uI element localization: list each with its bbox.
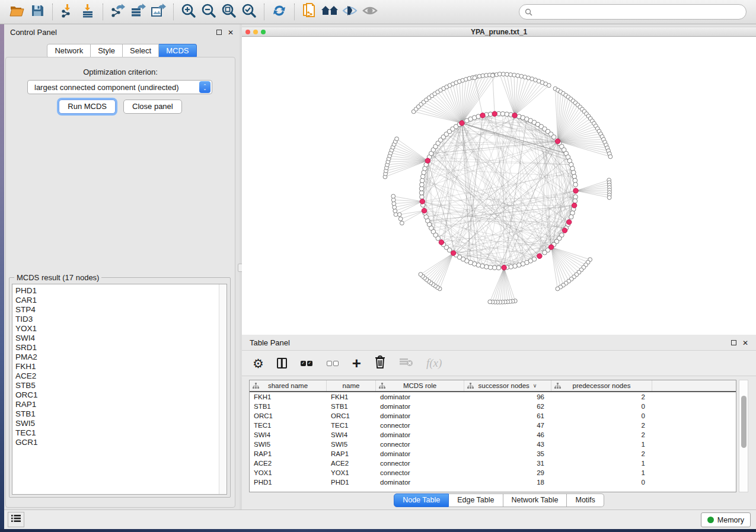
table-scrollbar[interactable] bbox=[739, 380, 748, 492]
mcds-result-item[interactable]: YOX1 bbox=[15, 324, 227, 334]
tab-node-table[interactable]: Node Table bbox=[394, 493, 449, 507]
network-leaf-node[interactable] bbox=[607, 196, 611, 200]
network-hub-node[interactable] bbox=[422, 208, 426, 213]
clone-network-button[interactable] bbox=[299, 2, 320, 21]
network-hub-node[interactable] bbox=[555, 139, 560, 143]
network-hub-node[interactable] bbox=[572, 203, 576, 208]
network-leaf-node[interactable] bbox=[419, 273, 423, 277]
network-hub-node[interactable] bbox=[420, 199, 425, 204]
network-hub-node[interactable] bbox=[548, 245, 553, 249]
network-node[interactable] bbox=[573, 198, 578, 203]
network-overview-button[interactable] bbox=[320, 2, 340, 21]
network-window-titlebar[interactable]: YPA_prune.txt_1 bbox=[242, 27, 756, 37]
close-table-panel-icon[interactable]: ✕ bbox=[742, 339, 748, 347]
network-leaf-node[interactable] bbox=[398, 217, 403, 221]
mcds-result-item[interactable]: PHD1 bbox=[15, 286, 227, 296]
mcds-result-list[interactable]: PHD1CAR1STP4TID3YOX1SWI4SRD1PMA2FKH1ACE2… bbox=[12, 284, 227, 495]
deselect-all-columns-button[interactable] bbox=[326, 354, 339, 372]
mcds-result-item[interactable]: PMA2 bbox=[15, 352, 227, 362]
close-panel-icon[interactable]: ✕ bbox=[228, 29, 234, 36]
criterion-dropdown[interactable]: largest connected component (undirected)… bbox=[27, 80, 212, 94]
mcds-result-item[interactable]: STB5 bbox=[15, 381, 227, 390]
delete-column-button[interactable] bbox=[374, 354, 386, 372]
tab-style[interactable]: Style bbox=[91, 44, 123, 58]
export-image-button[interactable] bbox=[148, 2, 168, 21]
network-node[interactable] bbox=[543, 251, 547, 255]
mcds-result-item[interactable]: RAP1 bbox=[15, 400, 227, 409]
float-panel-icon[interactable] bbox=[216, 30, 222, 35]
save-session-button[interactable] bbox=[27, 2, 47, 21]
table-scrollbar-thumb[interactable] bbox=[741, 396, 747, 448]
network-leaf-node[interactable] bbox=[490, 73, 495, 78]
result-list-scrollbar[interactable] bbox=[219, 284, 227, 494]
network-hub-node[interactable] bbox=[537, 254, 542, 258]
network-hub-node[interactable] bbox=[480, 113, 485, 118]
network-node[interactable] bbox=[420, 178, 425, 183]
column-header-predecessor-nodes[interactable]: predecessor nodes bbox=[551, 380, 652, 391]
column-header-MCDS-role[interactable]: MCDS role bbox=[376, 380, 464, 391]
zoom-in-button[interactable] bbox=[178, 2, 199, 21]
network-node[interactable] bbox=[513, 264, 518, 268]
create-column-button[interactable]: + bbox=[352, 354, 361, 372]
network-node[interactable] bbox=[572, 174, 577, 179]
column-header-name[interactable]: name bbox=[327, 380, 376, 391]
network-node[interactable] bbox=[573, 182, 578, 187]
export-table-button[interactable] bbox=[128, 2, 148, 21]
mcds-result-item[interactable]: TID3 bbox=[15, 315, 227, 324]
network-leaf-node[interactable] bbox=[395, 137, 399, 141]
task-history-button[interactable] bbox=[8, 512, 24, 527]
network-leaf-node[interactable] bbox=[400, 221, 404, 225]
network-leaf-node[interactable] bbox=[608, 155, 613, 159]
mcds-result-item[interactable]: SRD1 bbox=[15, 343, 227, 352]
table-row[interactable]: SWI4SWI4dominator462 bbox=[250, 430, 736, 440]
import-table-button[interactable] bbox=[78, 2, 98, 21]
run-mcds-button[interactable]: Run MCDS bbox=[59, 100, 116, 114]
network-hub-node[interactable] bbox=[451, 251, 455, 255]
tab-select[interactable]: Select bbox=[123, 44, 159, 58]
network-leaf-node[interactable] bbox=[473, 76, 477, 80]
network-hub-node[interactable] bbox=[562, 228, 567, 233]
table-row[interactable]: YOX1YOX1connector291 bbox=[250, 468, 736, 477]
network-hub-node[interactable] bbox=[512, 113, 517, 118]
tab-motifs[interactable]: Motifs bbox=[567, 493, 604, 507]
table-settings-button[interactable]: ⚙ bbox=[253, 354, 264, 372]
network-leaf-node[interactable] bbox=[488, 300, 492, 304]
show-panels-button[interactable] bbox=[360, 2, 380, 21]
network-hub-node[interactable] bbox=[502, 265, 506, 270]
table-row[interactable]: RAP1RAP1dominator352 bbox=[250, 449, 736, 459]
table-row[interactable]: TEC1TEC1connector472 bbox=[250, 421, 736, 430]
mcds-result-item[interactable]: FKH1 bbox=[15, 362, 227, 371]
table-row[interactable]: ORC1ORC1dominator610 bbox=[250, 411, 736, 421]
network-hub-node[interactable] bbox=[567, 220, 572, 225]
float-table-panel-icon[interactable] bbox=[731, 340, 736, 345]
network-leaf-node[interactable] bbox=[547, 84, 551, 88]
table-row[interactable]: STB1STB1dominator620 bbox=[250, 402, 736, 411]
mcds-result-item[interactable]: SWI4 bbox=[15, 334, 227, 343]
mcds-result-item[interactable]: ORC1 bbox=[15, 390, 227, 400]
mcds-result-item[interactable]: STB1 bbox=[15, 409, 227, 419]
network-node[interactable] bbox=[484, 265, 489, 270]
table-row[interactable]: SWI5SWI5connector431 bbox=[250, 440, 736, 449]
export-network-button[interactable] bbox=[108, 2, 128, 21]
mcds-result-item[interactable]: TEC1 bbox=[15, 428, 227, 438]
mcds-result-item[interactable]: CAR1 bbox=[15, 296, 227, 305]
tab-network[interactable]: Network bbox=[47, 44, 91, 58]
network-hub-node[interactable] bbox=[460, 121, 464, 126]
network-hub-node[interactable] bbox=[573, 188, 578, 193]
zoom-out-button[interactable] bbox=[199, 2, 219, 21]
tab-edge-table[interactable]: Edge Table bbox=[449, 493, 503, 507]
search-input[interactable] bbox=[532, 6, 746, 18]
tab-mcds[interactable]: MCDS bbox=[159, 44, 196, 58]
select-all-columns-button[interactable] bbox=[300, 354, 313, 372]
network-hub-node[interactable] bbox=[439, 240, 444, 245]
network-hub-node[interactable] bbox=[492, 111, 497, 116]
show-column-panel-button[interactable] bbox=[277, 354, 287, 372]
network-canvas[interactable] bbox=[242, 37, 756, 335]
hide-panels-button[interactable] bbox=[340, 2, 360, 21]
zoom-fit-button[interactable] bbox=[219, 2, 239, 21]
mcds-result-item[interactable]: SWI5 bbox=[15, 419, 227, 428]
memory-button[interactable]: Memory bbox=[701, 512, 751, 527]
column-header-shared-name[interactable]: shared name bbox=[250, 380, 327, 391]
mcds-result-item[interactable]: ACE2 bbox=[15, 371, 227, 381]
tab-network-table[interactable]: Network Table bbox=[503, 493, 567, 507]
